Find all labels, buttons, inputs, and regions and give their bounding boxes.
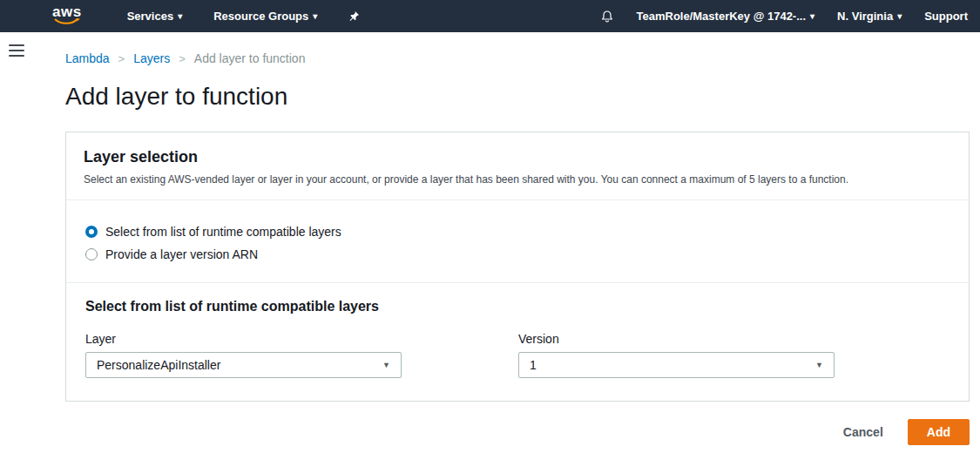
- runtime-compatible-section: Select from list of runtime compatible l…: [66, 283, 969, 401]
- caret-down-icon: ▾: [178, 12, 182, 21]
- version-select-value: 1: [530, 358, 537, 372]
- breadcrumb-current: Add layer to function: [194, 51, 306, 65]
- aws-logo-text: aws: [52, 6, 82, 18]
- radio-label: Provide a layer version ARN: [105, 247, 258, 261]
- layer-selection-card: Layer selection Select an existing AWS-v…: [65, 132, 970, 402]
- layer-field-label: Layer: [85, 332, 518, 346]
- menu-hamburger-icon[interactable]: [9, 44, 24, 57]
- caret-down-icon: ▾: [810, 12, 814, 21]
- breadcrumb-separator: >: [118, 52, 125, 65]
- top-nav: aws Services ▾ Resource Groups ▾ T: [0, 0, 980, 32]
- nav-region-menu[interactable]: N. Virginia ▾: [837, 10, 902, 23]
- layer-field: Layer PersonalizeApiInstaller ▼: [85, 332, 518, 378]
- radio-label: Select from list of runtime compatible l…: [105, 225, 341, 239]
- cancel-button[interactable]: Cancel: [843, 425, 883, 439]
- section-heading: Select from list of runtime compatible l…: [85, 299, 951, 314]
- nav-resource-groups[interactable]: Resource Groups ▾: [213, 10, 317, 23]
- breadcrumb: Lambda > Layers > Add layer to function: [65, 51, 970, 65]
- radio-runtime-compatible[interactable]: Select from list of runtime compatible l…: [85, 225, 951, 239]
- select-caret-icon: ▼: [382, 361, 390, 369]
- page-title: Add layer to function: [65, 83, 970, 111]
- version-select[interactable]: 1 ▼: [518, 352, 835, 378]
- breadcrumb-separator: >: [179, 52, 186, 65]
- nav-support-menu[interactable]: Support: [924, 10, 968, 23]
- caret-down-icon: ▾: [313, 12, 317, 21]
- version-field-label: Version: [518, 332, 951, 346]
- layer-select-value: PersonalizeApiInstaller: [97, 358, 220, 372]
- aws-logo[interactable]: aws: [52, 6, 82, 26]
- nav-services[interactable]: Services ▾: [127, 10, 183, 23]
- layer-select[interactable]: PersonalizeApiInstaller ▼: [85, 352, 402, 378]
- add-button[interactable]: Add: [908, 419, 970, 445]
- notifications-bell-icon[interactable]: [600, 10, 614, 24]
- left-rail: [0, 32, 32, 453]
- card-header: Layer selection Select an existing AWS-v…: [66, 132, 969, 199]
- pin-icon[interactable]: [348, 10, 360, 22]
- card-description: Select an existing AWS-vended layer or l…: [84, 173, 951, 186]
- nav-account-menu[interactable]: TeamRole/MasterKey @ 1742-... ▾: [637, 10, 815, 23]
- select-caret-icon: ▼: [815, 361, 823, 369]
- footer-actions: Cancel Add: [65, 419, 970, 445]
- radio-selected-icon[interactable]: [85, 226, 98, 238]
- caret-down-icon: ▾: [897, 12, 902, 21]
- layer-source-radio-group: Select from list of runtime compatible l…: [66, 200, 969, 282]
- main-content: Lambda > Layers > Add layer to function …: [32, 32, 980, 453]
- breadcrumb-lambda[interactable]: Lambda: [65, 51, 110, 65]
- radio-unselected-icon[interactable]: [85, 248, 98, 260]
- breadcrumb-layers[interactable]: Layers: [133, 51, 170, 65]
- version-field: Version 1 ▼: [518, 332, 951, 378]
- radio-layer-version-arn[interactable]: Provide a layer version ARN: [85, 247, 951, 261]
- card-heading: Layer selection: [84, 148, 951, 166]
- aws-smile-icon: [54, 18, 80, 26]
